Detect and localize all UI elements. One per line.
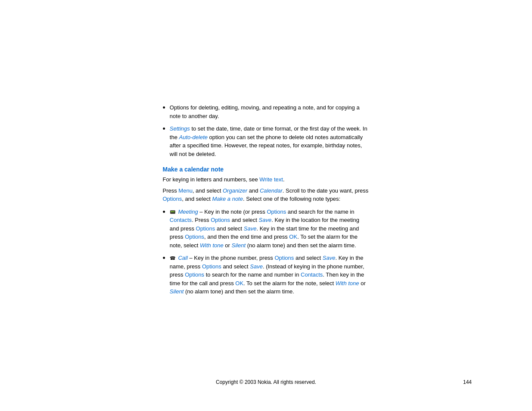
- bullet-dot-2: •: [163, 123, 165, 135]
- call-options2-link[interactable]: Options: [202, 263, 221, 270]
- meeting-text2: and search for the name in: [286, 209, 354, 215]
- page-number: 144: [463, 379, 472, 385]
- meeting-contacts1-link[interactable]: Contacts: [170, 217, 192, 223]
- call-save2-link[interactable]: Save: [250, 263, 263, 270]
- meeting-options2-link[interactable]: Options: [211, 217, 230, 223]
- bullet-dot-call: •: [163, 252, 165, 264]
- meeting-ok1-link[interactable]: OK: [289, 234, 297, 240]
- autodelete-link[interactable]: Auto-delete: [179, 134, 208, 140]
- footer-copyright: Copyright © 2003 Nokia. All rights reser…: [216, 379, 316, 385]
- call-text1: – Key in the phone number, press: [188, 255, 275, 261]
- meeting-with-tone-link[interactable]: With tone: [200, 242, 224, 249]
- meeting-text11: (no alarm tone) and then set the alarm t…: [246, 242, 356, 249]
- body-select-following: . Select one of the following note types…: [243, 196, 340, 202]
- body-press: Press: [163, 187, 179, 194]
- meeting-save2-link[interactable]: Save: [244, 225, 257, 232]
- call-text4: and select: [221, 263, 250, 270]
- meeting-options1-link[interactable]: Options: [267, 209, 286, 215]
- meeting-text8: , and then the end time and press: [204, 234, 289, 240]
- call-link[interactable]: Call: [178, 255, 187, 261]
- body-and-select-2: , and select: [182, 196, 212, 202]
- call-text8: . To set the alarm for the note, select: [243, 280, 336, 286]
- body-and: and: [247, 187, 260, 194]
- footer: Copyright © 2003 Nokia. All rights reser…: [0, 379, 532, 385]
- page-container: • Options for deleting, editing, moving,…: [0, 0, 532, 411]
- meeting-text4: and select: [230, 217, 259, 223]
- call-ok1-link[interactable]: OK: [235, 280, 243, 286]
- menu-link[interactable]: Menu: [178, 187, 193, 194]
- call-with-tone-link[interactable]: With tone: [336, 280, 359, 286]
- call-icon: ☎: [170, 255, 176, 262]
- meeting-text10: or: [224, 242, 232, 249]
- meeting-options3-link[interactable]: Options: [196, 225, 215, 232]
- write-text-link[interactable]: Write text: [259, 176, 283, 183]
- meeting-text: 📟 Meeting – Key in the note (or press Op…: [170, 208, 370, 250]
- meeting-text3: . Press: [192, 217, 211, 223]
- meeting-options4-link[interactable]: Options: [185, 234, 204, 240]
- meeting-text6: and select: [215, 225, 244, 232]
- intro-paragraph: For keying in letters and numbers, see W…: [163, 175, 370, 184]
- meeting-list-item: • 📟 Meeting – Key in the note (or press …: [163, 208, 370, 250]
- meeting-text1: – Key in the note (or press: [198, 209, 267, 215]
- bullet-dot-1: •: [163, 102, 165, 114]
- call-text6: to search for the name and number in: [204, 271, 301, 278]
- call-list-item: • ☎ Call – Key in the phone number, pres…: [163, 254, 370, 296]
- call-save1-link[interactable]: Save: [323, 255, 336, 261]
- note-type-list: • 📟 Meeting – Key in the note (or press …: [163, 208, 370, 296]
- section-heading: Make a calendar note: [163, 166, 370, 173]
- body-paragraph: Press Menu, and select Organizer and Cal…: [163, 187, 370, 203]
- bullet-dot-meeting: •: [163, 206, 165, 218]
- bullet-text-1: Options for deleting, editing, moving, a…: [170, 103, 370, 120]
- intro-text-before-link: For keying in letters and numbers, see: [163, 176, 260, 183]
- call-text: ☎ Call – Key in the phone number, press …: [170, 254, 370, 296]
- call-text10: (no alarm tone) and then set the alarm t…: [184, 288, 294, 295]
- body-scroll: . Scroll to the date you want, press: [283, 187, 368, 194]
- meeting-icon: 📟: [170, 209, 176, 216]
- content-area: • Options for deleting, editing, moving,…: [163, 103, 370, 304]
- bullet-item-1: • Options for deleting, editing, moving,…: [163, 103, 370, 120]
- meeting-save1-link[interactable]: Save: [259, 217, 272, 223]
- call-options3-link[interactable]: Options: [185, 271, 204, 278]
- intro-text-end: .: [283, 176, 285, 183]
- meeting-silent1-link[interactable]: Silent: [232, 242, 246, 249]
- call-text2: and select: [294, 255, 323, 261]
- body-and-select: , and select: [193, 187, 223, 194]
- bullet-text-2: Settings to set the date, time, date or …: [170, 125, 370, 158]
- settings-link[interactable]: Settings: [170, 125, 190, 132]
- organizer-link[interactable]: Organizer: [223, 187, 247, 194]
- call-text9: or: [359, 280, 366, 286]
- make-note-link[interactable]: Make a note: [212, 196, 243, 202]
- call-options1-link[interactable]: Options: [274, 255, 294, 261]
- calendar-link[interactable]: Calendar: [260, 187, 283, 194]
- bullet-item-2: • Settings to set the date, time, date o…: [163, 125, 370, 158]
- top-bullet-list: • Options for deleting, editing, moving,…: [163, 103, 370, 158]
- call-contacts1-link[interactable]: Contacts: [301, 271, 323, 278]
- options-link-1[interactable]: Options: [163, 196, 182, 202]
- call-silent1-link[interactable]: Silent: [170, 288, 184, 295]
- meeting-link[interactable]: Meeting: [178, 209, 198, 215]
